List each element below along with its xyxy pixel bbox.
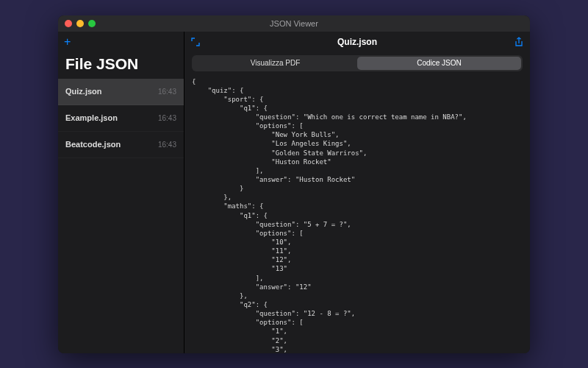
main-pane: Quiz.json Visualizza PDF Codice JSON { "…: [184, 32, 530, 353]
window-title: JSON Viewer: [58, 19, 530, 28]
sidebar-item-example[interactable]: Example.json 16:43: [58, 105, 184, 132]
window-controls: [58, 20, 96, 27]
sidebar-item-quiz[interactable]: Quiz.json 16:43: [58, 79, 184, 105]
sidebar-header: File JSON: [58, 52, 184, 79]
main-toolbar: Quiz.json: [184, 32, 530, 52]
minimize-icon[interactable]: [76, 20, 84, 27]
sidebar-toolbar: +: [58, 32, 184, 52]
sidebar: + File JSON Quiz.json 16:43 Example.json…: [58, 32, 184, 353]
titlebar[interactable]: JSON Viewer: [58, 15, 530, 32]
zoom-icon[interactable]: [88, 20, 96, 27]
file-time: 16:43: [158, 141, 176, 149]
file-name: Beatcode.json: [65, 140, 121, 149]
file-title: Quiz.json: [184, 37, 530, 47]
file-time: 16:43: [158, 88, 176, 96]
tab-json[interactable]: Codice JSON: [357, 57, 521, 70]
file-list: Quiz.json 16:43 Example.json 16:43 Beatc…: [58, 79, 184, 353]
file-name: Quiz.json: [65, 87, 102, 96]
add-file-button[interactable]: +: [64, 36, 71, 48]
tab-pdf[interactable]: Visualizza PDF: [193, 57, 357, 70]
close-icon[interactable]: [65, 20, 72, 27]
expand-icon[interactable]: [190, 37, 201, 47]
json-code[interactable]: { "quiz": { "sport": { "q1": { "question…: [184, 76, 530, 353]
app-window: JSON Viewer + File JSON Quiz.json 16:43 …: [58, 15, 530, 353]
content: + File JSON Quiz.json 16:43 Example.json…: [58, 32, 530, 353]
sidebar-title: File JSON: [65, 55, 176, 73]
sidebar-item-beatcode[interactable]: Beatcode.json 16:43: [58, 132, 184, 158]
file-name: Example.json: [65, 113, 118, 122]
file-time: 16:43: [158, 114, 176, 122]
share-icon[interactable]: [514, 37, 524, 47]
view-tabs: Visualizza PDF Codice JSON: [192, 55, 523, 71]
